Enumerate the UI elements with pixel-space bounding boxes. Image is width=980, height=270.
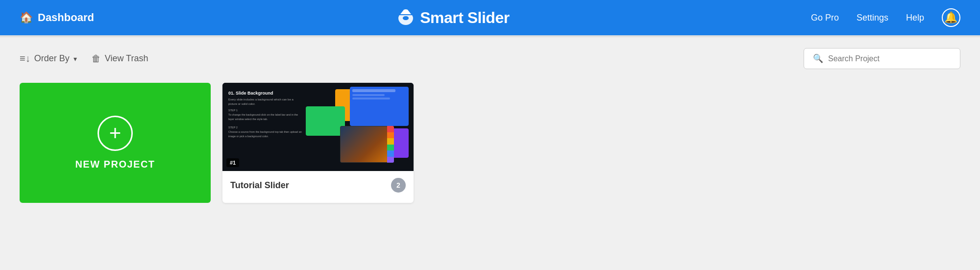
thumbnail-inner: 01. Slide Background Every slide include… bbox=[222, 83, 414, 171]
slider-count-badge: 2 bbox=[391, 178, 406, 193]
thumbnail-text-panel: 01. Slide Background Every slide include… bbox=[228, 91, 302, 139]
new-project-label: NEW PROJECT bbox=[75, 159, 155, 170]
slider-thumbnail: 01. Slide Background Every slide include… bbox=[222, 83, 414, 171]
order-by-chevron-icon: ▾ bbox=[74, 55, 77, 63]
logo: Smart Slider bbox=[395, 7, 510, 28]
dashboard-label[interactable]: Dashboard bbox=[38, 11, 94, 24]
notifications-bell[interactable]: 🔔 bbox=[942, 8, 960, 27]
trash-icon: 🗑 bbox=[92, 53, 101, 64]
order-by-button[interactable]: ≡↓ Order By ▾ bbox=[20, 53, 77, 64]
toolbar-left: ≡↓ Order By ▾ 🗑 View Trash bbox=[20, 53, 148, 64]
thumb-body: Every slide includes a background which … bbox=[228, 98, 302, 106]
thumb-image-panel bbox=[340, 126, 394, 163]
thumb-color-strip bbox=[387, 126, 394, 163]
slider-title: Tutorial Slider bbox=[230, 180, 289, 191]
settings-button[interactable]: Settings bbox=[857, 13, 888, 23]
slider-card-footer: Tutorial Slider 2 bbox=[222, 171, 414, 199]
dashboard-nav[interactable]: 🏠 Dashboard bbox=[20, 11, 94, 24]
thumb-title: 01. Slide Background bbox=[228, 91, 302, 96]
thumb-card-blue bbox=[350, 87, 409, 126]
projects-grid: + NEW PROJECT 01. Slide Background Every… bbox=[0, 78, 980, 222]
view-trash-button[interactable]: 🗑 View Trash bbox=[92, 53, 148, 64]
plus-circle-icon: + bbox=[98, 116, 133, 151]
toolbar: ≡↓ Order By ▾ 🗑 View Trash 🔍 bbox=[0, 37, 980, 78]
home-icon: 🏠 bbox=[20, 11, 33, 24]
sort-icon: ≡↓ bbox=[20, 53, 30, 64]
thumb-cards bbox=[306, 87, 409, 168]
slider-card-tutorial[interactable]: 01. Slide Background Every slide include… bbox=[222, 83, 414, 203]
help-button[interactable]: Help bbox=[906, 13, 924, 23]
logo-text: Smart Slider bbox=[420, 9, 510, 27]
smart-slider-logo-icon bbox=[395, 7, 416, 28]
app-header: 🏠 Dashboard Smart Slider Go Pro Settings… bbox=[0, 0, 980, 35]
bell-icon-glyph: 🔔 bbox=[944, 11, 957, 24]
thumb-card-green bbox=[306, 106, 345, 136]
slider-id-badge: #1 bbox=[226, 158, 239, 167]
search-icon: 🔍 bbox=[813, 53, 823, 64]
header-nav-right: Go Pro Settings Help 🔔 bbox=[811, 8, 960, 27]
order-by-label: Order By bbox=[34, 53, 70, 64]
view-trash-label: View Trash bbox=[105, 53, 148, 64]
search-box[interactable]: 🔍 bbox=[804, 48, 960, 69]
thumb-steps: STEP 1 To change the background click on… bbox=[228, 108, 302, 139]
new-project-card[interactable]: + NEW PROJECT bbox=[20, 83, 211, 203]
logo-area: Smart Slider bbox=[395, 7, 510, 28]
go-pro-button[interactable]: Go Pro bbox=[811, 13, 839, 23]
search-input[interactable] bbox=[828, 54, 951, 63]
